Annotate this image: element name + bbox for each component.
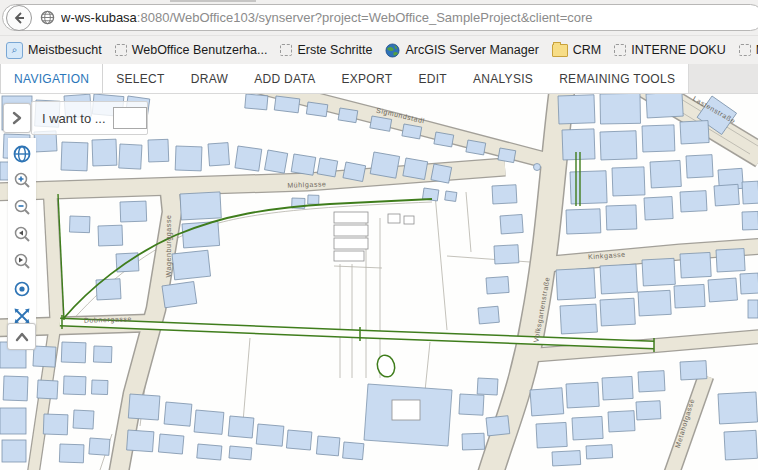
- url-host: w-ws-kubasa: [61, 10, 137, 25]
- browser-chrome: w-ws-kubasa:8080/WebOffice103/synserver?…: [0, 0, 758, 36]
- locate-button[interactable]: [10, 277, 34, 301]
- zoom-out-button[interactable]: [10, 196, 34, 220]
- arcgis-globe-icon: [385, 43, 400, 58]
- zoom-previous-icon: [12, 225, 32, 245]
- tool-menu-bar: NAVIGATION SELECT DRAW ADD DATA EXPORT E…: [0, 64, 758, 94]
- bookmark-interne-doku[interactable]: INTERNE DOKU: [614, 43, 725, 57]
- placeholder-icon: [115, 44, 127, 56]
- back-arrow-icon: [12, 11, 26, 25]
- browser-window: w-ws-kubasa:8080/WebOffice103/synserver?…: [0, 0, 758, 470]
- i-want-to-label: I want to ...: [42, 111, 106, 126]
- zoom-next-button[interactable]: [10, 250, 34, 274]
- folder-icon: [552, 44, 568, 57]
- chevron-up-icon: [15, 332, 29, 342]
- page-globe-icon: [40, 10, 55, 25]
- zoom-in-button[interactable]: [10, 169, 34, 193]
- bookmark-label: Meistbesucht: [28, 43, 102, 57]
- tab-add-data[interactable]: ADD DATA: [241, 64, 328, 93]
- url-path: :8080/WebOffice103/synserver?project=Web…: [137, 10, 593, 25]
- tab-select[interactable]: SELECT: [103, 64, 177, 93]
- tab-analysis[interactable]: ANALYSIS: [460, 64, 546, 93]
- bookmark-label: INTERNE DOKU: [631, 43, 725, 57]
- full-extent-globe-button[interactable]: [10, 142, 34, 166]
- placeholder-icon: [280, 44, 292, 56]
- url-text[interactable]: w-ws-kubasa:8080/WebOffice103/synserver?…: [61, 10, 593, 25]
- bookmark-weboffice-benutzerhandbuch[interactable]: WebOffice Benutzerha...: [115, 43, 268, 57]
- bookmark-label: ArcGIS Server Manager: [405, 43, 538, 57]
- bookmark-label: CRM: [573, 43, 601, 57]
- map-toolbar: [8, 138, 36, 332]
- bookmarks-bar: ⌕ Meistbesucht WebOffice Benutzerha... E…: [0, 36, 758, 64]
- locate-icon: [12, 279, 32, 299]
- tab-edit[interactable]: EDIT: [405, 64, 460, 93]
- toolbar-collapse-button[interactable]: [7, 323, 36, 350]
- placeholder-icon: [739, 44, 751, 56]
- map-canvas[interactable]: SigmundstadlMühlgasseKinkgasseDobnergass…: [0, 94, 758, 470]
- bookmark-arcgis-server-manager[interactable]: ArcGIS Server Manager: [385, 43, 538, 58]
- most-visited-icon: ⌕: [6, 42, 23, 59]
- bookmark-label: WebOffice Benutzerha...: [132, 43, 268, 57]
- sidebar-expand-button[interactable]: [3, 103, 31, 133]
- tab-draw[interactable]: DRAW: [178, 64, 241, 93]
- zoom-in-icon: [12, 171, 32, 191]
- chevron-right-icon: [11, 111, 23, 125]
- back-button[interactable]: [6, 5, 32, 31]
- address-bar[interactable]: w-ws-kubasa:8080/WebOffice103/synserver?…: [2, 4, 758, 31]
- menu-filler: [688, 64, 758, 93]
- i-want-to-panel: I want to ...: [31, 101, 148, 135]
- placeholder-icon: [614, 44, 626, 56]
- tab-edge: [170, 0, 256, 2]
- street-label: Wagenburggasse: [165, 214, 173, 277]
- bookmark-mantis[interactable]: Mantis: [739, 43, 758, 57]
- zoom-next-icon: [12, 252, 32, 272]
- bookmark-crm[interactable]: CRM: [552, 43, 601, 57]
- zoom-previous-button[interactable]: [10, 223, 34, 247]
- bookmark-erste-schritte[interactable]: Erste Schritte: [280, 43, 372, 57]
- i-want-to-input[interactable]: [113, 107, 147, 129]
- map-viewport[interactable]: SigmundstadlMühlgasseKinkgasseDobnergass…: [0, 94, 758, 470]
- bookmark-label: Erste Schritte: [297, 43, 372, 57]
- tab-navigation[interactable]: NAVIGATION: [0, 64, 103, 93]
- zoom-out-icon: [12, 198, 32, 218]
- globe-icon: [12, 144, 32, 164]
- tab-remaining-tools[interactable]: REMAINING TOOLS: [546, 64, 688, 93]
- tab-export[interactable]: EXPORT: [328, 64, 405, 93]
- bookmark-meistbesucht[interactable]: ⌕ Meistbesucht: [6, 42, 102, 59]
